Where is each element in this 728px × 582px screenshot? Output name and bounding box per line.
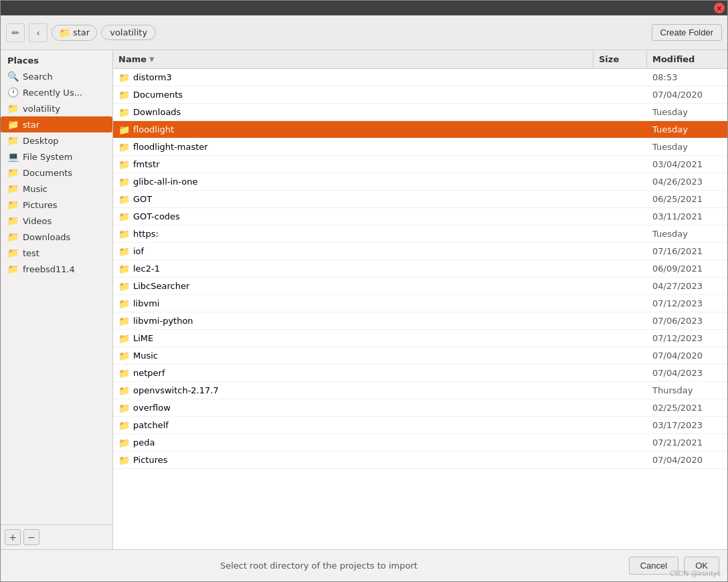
sidebar-label-documents: Documents (23, 168, 72, 178)
sidebar: Places 🔍 Search 🕐 Recently Us... 📁 volat… (1, 50, 113, 549)
table-row[interactable]: 📁 patchelf 03/17/2023 (113, 417, 727, 434)
table-row[interactable]: 📁 LibcSearcher 04/27/2023 (113, 278, 727, 295)
breadcrumb-volatility[interactable]: volatility (101, 25, 156, 40)
main-content: Places 🔍 Search 🕐 Recently Us... 📁 volat… (1, 50, 727, 549)
sidebar-label-volatility: volatility (23, 104, 60, 114)
file-name: 📁 GOT-codes (113, 211, 594, 222)
table-row[interactable]: 📁 Music 07/04/2020 (113, 347, 727, 365)
create-folder-button[interactable]: Create Folder (652, 24, 722, 41)
sidebar-item-recently-used[interactable]: 🕐 Recently Us... (1, 84, 112, 100)
table-row[interactable]: 📁 openvswitch-2.17.7 Thursday (113, 382, 727, 399)
file-modified: 03/17/2023 (647, 420, 727, 430)
table-row[interactable]: 📁 floodlight-master Tuesday (113, 138, 727, 156)
file-name: 📁 libvmi-python (113, 316, 594, 326)
column-name-header[interactable]: Name ▼ (113, 50, 594, 68)
file-modified: 03/11/2021 (647, 211, 727, 221)
sidebar-item-desktop[interactable]: 📁 Desktop (1, 132, 112, 149)
table-row[interactable]: 📁 LiME 07/12/2023 (113, 330, 727, 347)
sidebar-label-videos: Videos (23, 216, 52, 226)
file-name: 📁 Music (113, 351, 594, 361)
table-row[interactable]: 📁 distorm3 08:53 (113, 69, 727, 86)
file-name: 📁 peda (113, 438, 594, 448)
file-name: 📁 distorm3 (113, 72, 594, 83)
sidebar-item-filesystem[interactable]: 💻 File System (1, 149, 112, 165)
folder-icon: 📁 (118, 159, 130, 170)
file-modified: 07/04/2023 (647, 368, 727, 378)
file-modified: Tuesday (647, 142, 727, 152)
file-name: 📁 Documents (113, 90, 594, 100)
sidebar-label-recently-used: Recently Us... (23, 88, 82, 98)
folder-icon: 📁 (118, 403, 130, 413)
back-button[interactable]: ‹ (29, 23, 48, 42)
table-row[interactable]: 📁 libvmi 07/12/2023 (113, 295, 727, 312)
file-name: 📁 lec2-1 (113, 264, 594, 274)
toolbar: ✏ ‹ 📁 star volatility Create Folder (1, 15, 727, 50)
filesystem-icon: 💻 (7, 151, 19, 162)
folder-icon: 📁 (118, 385, 130, 396)
folder-icon: 📁 (118, 107, 130, 118)
file-name: 📁 fmtstr (113, 159, 594, 170)
table-row[interactable]: 📁 Downloads Tuesday (113, 104, 727, 121)
star-folder-icon: 📁 (7, 119, 19, 130)
table-row[interactable]: 📁 floodlight Tuesday (113, 121, 727, 138)
folder-icon: 📁 (118, 124, 130, 135)
folder-icon: 📁 (118, 211, 130, 222)
test-folder-icon: 📁 (7, 248, 19, 258)
music-folder-icon: 📁 (7, 183, 19, 194)
table-row[interactable]: 📁 GOT-codes 03/11/2021 (113, 208, 727, 225)
table-row[interactable]: 📁 overflow 02/25/2021 (113, 399, 727, 417)
documents-folder-icon: 📁 (7, 167, 19, 178)
folder-icon: 📁 (118, 246, 130, 257)
table-row[interactable]: 📁 netperf 07/04/2023 (113, 365, 727, 382)
table-row[interactable]: 📁 libvmi-python 07/06/2023 (113, 312, 727, 330)
table-row[interactable]: 📁 GOT 06/25/2021 (113, 191, 727, 208)
table-row[interactable]: 📁 glibc-all-in-one 04/26/2023 (113, 173, 727, 191)
table-row[interactable]: 📁 Documents 07/04/2020 (113, 86, 727, 104)
folder-icon: 📁 (118, 455, 130, 466)
sidebar-item-test[interactable]: 📁 test (1, 245, 112, 261)
file-name: 📁 libvmi (113, 298, 594, 309)
sort-arrow-icon: ▼ (149, 56, 155, 63)
sidebar-title: Places (1, 50, 112, 68)
file-modified: 04/26/2023 (647, 177, 727, 187)
table-row[interactable]: 📁 iof 07/16/2021 (113, 243, 727, 260)
sidebar-item-search[interactable]: 🔍 Search (1, 68, 112, 84)
folder-icon: 📁 (118, 333, 130, 344)
table-row[interactable]: 📁 lec2-1 06/09/2021 (113, 260, 727, 278)
sidebar-item-freebsd[interactable]: 📁 freebsd11.4 (1, 261, 112, 277)
edit-button[interactable]: ✏ (6, 23, 25, 42)
sidebar-item-videos[interactable]: 📁 Videos (1, 213, 112, 229)
table-row[interactable]: 📁 https: Tuesday (113, 225, 727, 243)
file-modified: 07/04/2020 (647, 455, 727, 465)
pictures-folder-icon: 📁 (7, 199, 19, 210)
column-modified-header[interactable]: Modified (647, 50, 727, 68)
add-place-button[interactable]: + (5, 529, 21, 545)
remove-place-button[interactable]: − (23, 529, 39, 545)
sidebar-item-downloads[interactable]: 📁 Downloads (1, 229, 112, 245)
sidebar-item-music[interactable]: 📁 Music (1, 181, 112, 197)
file-name: 📁 Downloads (113, 107, 594, 118)
sidebar-label-star: star (23, 120, 39, 130)
file-modified: 07/12/2023 (647, 298, 727, 308)
table-row[interactable]: 📁 fmtstr 03/04/2021 (113, 156, 727, 173)
table-row[interactable]: 📁 Pictures 07/04/2020 (113, 452, 727, 469)
table-row[interactable]: 📁 peda 07/21/2021 (113, 434, 727, 452)
sidebar-item-pictures[interactable]: 📁 Pictures (1, 197, 112, 213)
sidebar-label-freebsd: freebsd11.4 (23, 264, 75, 274)
sidebar-label-downloads: Downloads (23, 232, 70, 242)
folder-icon: 📁 (118, 229, 130, 239)
close-button[interactable]: × (714, 3, 725, 13)
column-size-header[interactable]: Size (594, 50, 647, 68)
file-modified: 07/06/2023 (647, 316, 727, 326)
breadcrumb-star-label: star (73, 27, 90, 37)
sidebar-item-volatility[interactable]: 📁 volatility (1, 100, 112, 116)
folder-icon: 📁 (59, 27, 70, 38)
file-name: 📁 LibcSearcher (113, 281, 594, 292)
sidebar-item-star[interactable]: 📁 star (1, 116, 112, 132)
sidebar-label-filesystem: File System (23, 152, 72, 162)
sidebar-item-documents[interactable]: 📁 Documents (1, 165, 112, 181)
breadcrumb-star[interactable]: 📁 star (52, 25, 97, 41)
file-list[interactable]: 📁 distorm3 08:53 📁 Documents 07/04/2020 … (113, 69, 727, 549)
folder-icon: 📁 (118, 264, 130, 274)
folder-icon: 📁 (118, 194, 130, 205)
